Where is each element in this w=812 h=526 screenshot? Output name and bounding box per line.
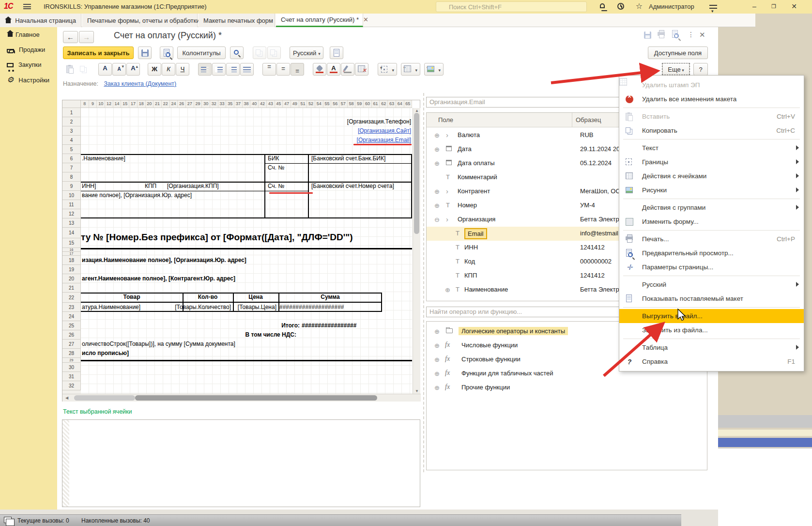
expand-icon[interactable]: ⊕ [434, 132, 440, 139]
sheet-cell-r9[interactable]: [Банковский счет.Номер счета] [311, 182, 394, 191]
expand-icon[interactable]: ⊕ [434, 160, 440, 167]
sidebar-item-2[interactable]: Продажи [0, 42, 57, 57]
row-header[interactable]: 27 [62, 340, 81, 349]
field-name[interactable]: Организация [458, 216, 495, 223]
row-header[interactable]: 5 [62, 145, 81, 154]
sheet-cell-r6[interactable]: .Наименование] [82, 154, 125, 163]
field-name[interactable]: Контрагент [458, 187, 490, 195]
sheet-horizontal-scrollbar[interactable]: ◀ [62, 394, 421, 402]
kebab-menu-icon[interactable]: ⋮ [688, 31, 694, 38]
sidebar-item-4[interactable]: ⚙Настройки [0, 72, 57, 88]
field-name[interactable]: КПП [464, 272, 477, 279]
field-name[interactable]: ИНН [464, 244, 478, 251]
font-larger-button[interactable]: А▴ [126, 63, 140, 76]
font-color-button[interactable]: А [327, 63, 340, 76]
menu-item-17[interactable]: ✛Параметры страницы... [619, 260, 804, 274]
row-header[interactable]: 21 [62, 283, 81, 293]
sheet-cell-r22[interactable]: Товар [81, 293, 183, 303]
sidebar-item-3[interactable]: Закупки [0, 57, 57, 72]
field-name[interactable]: Email [464, 228, 487, 239]
align-left-button[interactable] [198, 63, 212, 76]
menu-item-5[interactable]: КопироватьCtrl+C [619, 124, 804, 138]
tab-close-icon[interactable]: ✕ [363, 16, 368, 23]
sheet-cell-r9[interactable]: Сч. № [268, 182, 284, 191]
field-name[interactable]: Комментарий [458, 173, 497, 181]
row-header[interactable]: 28 [62, 349, 81, 358]
row-header[interactable]: 6 [62, 154, 81, 163]
bold-button[interactable]: Ж [148, 63, 161, 76]
tab-4[interactable]: Счет на оплату (Русский) *✕ [276, 14, 363, 27]
field-name[interactable]: Дата оплаты [458, 159, 495, 167]
row-header[interactable]: 16 [62, 248, 81, 252]
save-button[interactable] [138, 46, 152, 59]
row-header[interactable]: 23 [62, 303, 81, 312]
page-view-button[interactable] [330, 46, 343, 59]
language-selector[interactable]: Русский [290, 46, 323, 59]
valign-bottom-button[interactable]: = [291, 63, 304, 76]
row-header[interactable]: 4 [62, 136, 81, 145]
available-fields-button[interactable]: Доступные поля [648, 46, 708, 59]
expand-icon[interactable]: ⊕ [434, 328, 440, 335]
cells-dropdown[interactable]: ▾ [401, 63, 420, 76]
font-smaller-button[interactable]: А▾ [112, 63, 126, 76]
expand-icon[interactable]: ⊕ [434, 342, 440, 349]
field-name[interactable]: Валюта [458, 131, 480, 139]
row-header[interactable]: 3 [62, 126, 81, 136]
sheet-cell-r28[interactable]: исло прописью] [82, 349, 129, 358]
row-header[interactable]: 11 [62, 200, 81, 209]
sheet-cells[interactable]: [Организация.Телефон][Организация.Сайт][… [81, 108, 412, 394]
sidebar-item-1[interactable]: Главное [0, 27, 57, 42]
menu-item-25[interactable]: Таблица [619, 340, 804, 355]
tab-3[interactable]: Макеты печатных форм✕ [199, 14, 275, 27]
back-button[interactable]: ← [63, 31, 78, 43]
field-name[interactable]: Номер [458, 201, 477, 209]
close-document-icon[interactable]: ✕ [699, 31, 705, 39]
menu-item-15[interactable]: Печать...Ctrl+P [619, 232, 804, 246]
row-header[interactable]: 15 [62, 238, 81, 248]
expand-icon[interactable]: ⊕ [434, 146, 440, 153]
fill-color-button[interactable] [313, 63, 326, 76]
sheet-column-headers[interactable]: 8910121415171820212224262729303233353738… [81, 100, 412, 108]
headers-footers-button[interactable]: Колонтитулы [177, 46, 226, 59]
italic-button[interactable]: К [162, 63, 175, 76]
close-window-button[interactable]: ✕ [788, 2, 800, 12]
forward-button[interactable]: → [79, 31, 94, 43]
save-and-close-button[interactable]: Записать и закрыть [63, 46, 134, 59]
valign-top-button[interactable]: = [262, 63, 276, 76]
field-name[interactable]: Дата [458, 145, 472, 153]
minimize-button[interactable]: – [748, 2, 761, 12]
menu-item-8[interactable]: Границы [619, 155, 804, 169]
service-menu-icon[interactable] [709, 5, 717, 9]
menu-item-19[interactable]: Русский [619, 278, 804, 292]
expand-icon[interactable]: ⊕ [434, 370, 440, 377]
border-color-button[interactable] [341, 63, 354, 76]
expand-icon[interactable]: ⊕ [445, 286, 450, 294]
align-center-button[interactable] [212, 63, 226, 76]
row-header[interactable]: 24 [62, 312, 81, 321]
row-header[interactable]: 7 [62, 163, 81, 172]
apply-appearance-button[interactable] [267, 46, 281, 59]
sheet-cell-r2[interactable]: [Организация.Телефон] [347, 117, 411, 126]
row-header[interactable]: 22 [62, 293, 81, 303]
current-user[interactable]: Администратор [649, 3, 694, 10]
valign-center-button[interactable]: = [276, 63, 290, 76]
sheet-vertical-scrollbar[interactable]: ▲▼ [413, 108, 420, 394]
copy-button[interactable] [77, 63, 91, 76]
field-name[interactable]: Наименование [464, 286, 508, 293]
menu-item-16[interactable]: Предварительный просмотр... [619, 246, 804, 260]
row-header[interactable]: 8 [62, 172, 81, 182]
sheet-cell-r14[interactable]: ту № [Номер.Без префикса] от [Формат([Да… [81, 228, 353, 248]
expand-icon[interactable]: ⊕ [434, 356, 440, 363]
purpose-link[interactable]: Заказ клиента (Документ) [104, 80, 176, 87]
sheet-cell-r25[interactable]: ################# [302, 321, 356, 330]
menu-item-22[interactable]: Выгрузить в файл... [619, 309, 804, 323]
template-spreadsheet[interactable]: 8910121415171820212224262729303233353738… [62, 100, 420, 402]
menu-item-2[interactable]: Удалить все изменения макета [619, 92, 804, 106]
font-button[interactable]: А [98, 63, 112, 76]
sheet-row-headers[interactable]: 1234567891011121314151617181920212223242… [62, 108, 81, 394]
sheet-cell-r22[interactable]: Сумма [278, 293, 382, 303]
expand-icon[interactable]: ⊕ [434, 202, 440, 209]
sheet-cell-r18[interactable]: изация.Наименование полное], [Организаци… [82, 256, 246, 265]
sheet-cell-r22[interactable]: Цена [233, 293, 278, 303]
align-justify-button[interactable] [240, 63, 254, 76]
